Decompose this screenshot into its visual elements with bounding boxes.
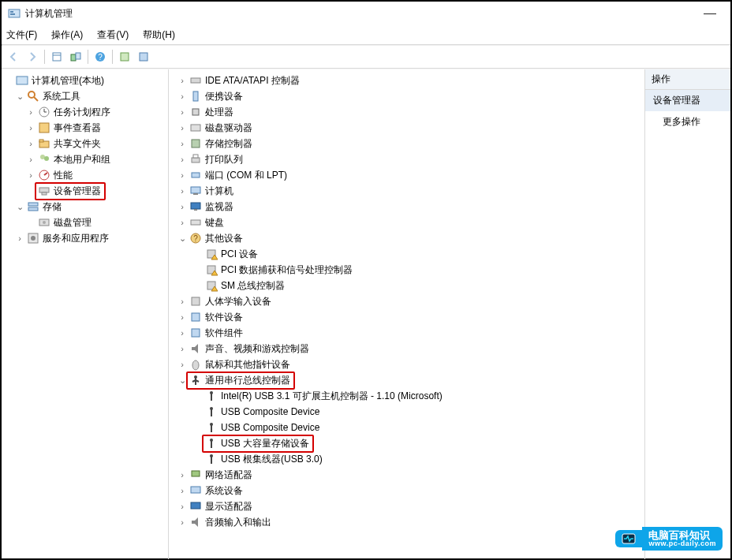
chevron-right-icon[interactable]: › (25, 121, 36, 136)
menu-file[interactable]: 文件(F) (6, 28, 37, 42)
dev-ide[interactable]: ›IDE ATA/ATAPI 控制器 (170, 73, 644, 88)
chevron-right-icon[interactable]: › (177, 326, 188, 341)
toolbar-button-1[interactable] (48, 48, 65, 65)
chevron-right-icon[interactable]: › (177, 152, 188, 167)
warn-icon (205, 248, 218, 260)
device-tree[interactable]: ›IDE ATA/ATAPI 控制器 ›便携设备 ›处理器 ›磁盘驱动器 ›存储… (170, 73, 644, 530)
dev-diskdrives[interactable]: ›磁盘驱动器 (170, 120, 644, 136)
tree-localusers[interactable]: ›本地用户和组 (3, 151, 168, 167)
chevron-right-icon[interactable]: › (177, 468, 188, 483)
dev-printq[interactable]: ›打印队列 (170, 151, 644, 167)
dev-usb-intel[interactable]: Intel(R) USB 3.1 可扩展主机控制器 - 1.10 (Micros… (170, 388, 644, 404)
chevron-right-icon[interactable]: › (177, 73, 188, 88)
chevron-right-icon[interactable]: › (177, 168, 188, 183)
dev-portable[interactable]: ›便携设备 (170, 88, 644, 104)
dev-cpu[interactable]: ›处理器 (170, 104, 644, 120)
chevron-right-icon[interactable]: › (177, 294, 188, 309)
toolbar-button-3[interactable] (116, 48, 133, 65)
dev-usb-root[interactable]: USB 根集线器(USB 3.0) (170, 451, 644, 467)
chevron-right-icon[interactable]: › (177, 342, 188, 357)
svg-point-21 (44, 156, 49, 161)
dev-other-pci[interactable]: PCI 设备 (170, 246, 644, 262)
dev-storagectrl[interactable]: ›存储控制器 (170, 136, 644, 151)
dev-other-sm[interactable]: SM 总线控制器 (170, 278, 644, 293)
chevron-down-icon[interactable]: ⌄ (14, 200, 25, 215)
tree-perf[interactable]: ›性能 (3, 167, 168, 183)
dev-other-pcisig[interactable]: PCI 数据捕获和信号处理控制器 (170, 262, 644, 278)
tree-label: 磁盘管理 (54, 215, 92, 230)
svg-rect-27 (28, 207, 38, 211)
menu-help[interactable]: 帮助(H) (143, 28, 175, 42)
menu-action[interactable]: 操作(A) (51, 28, 83, 42)
chevron-right-icon[interactable]: › (177, 136, 188, 151)
actions-context[interactable]: 设备管理器 (645, 90, 730, 111)
tree-storage[interactable]: ⌄存储 (3, 199, 168, 215)
help-button[interactable]: ? (92, 48, 109, 65)
svg-marker-75 (192, 517, 198, 527)
chevron-right-icon[interactable]: › (25, 105, 36, 120)
chevron-down-icon[interactable]: ⌄ (177, 231, 188, 246)
dev-sound[interactable]: ›声音、视频和游戏控制器 (170, 341, 644, 357)
tree-systools[interactable]: ⌄系统工具 (3, 88, 168, 104)
dev-sysdev[interactable]: ›系统设备 (170, 483, 644, 498)
chevron-right-icon[interactable]: › (177, 184, 188, 199)
chevron-right-icon[interactable]: › (177, 310, 188, 325)
chevron-right-icon[interactable]: › (177, 483, 188, 498)
dev-ports[interactable]: ›端口 (COM 和 LPT) (170, 167, 644, 183)
dev-monitor[interactable]: ›监视器 (170, 199, 644, 215)
dev-swcomp[interactable]: ›软件组件 (170, 325, 644, 341)
actions-pane: 操作 设备管理器 更多操作 (645, 69, 730, 559)
tree-label: 音频输入和输出 (205, 515, 271, 530)
svg-marker-56 (192, 344, 198, 353)
chevron-right-icon[interactable]: › (177, 89, 188, 104)
tree-devmgr[interactable]: 设备管理器 (3, 183, 168, 199)
other-icon: ? (189, 232, 202, 245)
chevron-right-icon[interactable]: › (177, 515, 188, 530)
toolbar-button-4[interactable] (135, 48, 152, 65)
chevron-down-icon[interactable]: ⌄ (14, 89, 25, 104)
dev-audio[interactable]: ›音频输入和输出 (170, 514, 644, 530)
chevron-right-icon[interactable]: › (25, 152, 36, 167)
back-button[interactable] (5, 48, 22, 65)
dev-swdev[interactable]: ›软件设备 (170, 309, 644, 325)
tree-label: 显示适配器 (205, 499, 252, 514)
menu-view[interactable]: 查看(V) (97, 28, 129, 42)
tree-root[interactable]: 计算机管理(本地) (3, 73, 168, 88)
mmc-tree[interactable]: 计算机管理(本地) ⌄系统工具 ›任务计划程序 ›事件查看器 ›共享文件夹 ›本… (3, 73, 168, 246)
tree-diskmgmt[interactable]: 磁盘管理 (3, 215, 168, 230)
forward-button[interactable] (24, 48, 41, 65)
actions-more[interactable]: 更多操作 (645, 111, 730, 133)
dev-network[interactable]: ›网络适配器 (170, 467, 644, 483)
dev-mouse[interactable]: ›鼠标和其他指针设备 (170, 357, 644, 372)
tree-eventviewer[interactable]: ›事件查看器 (3, 120, 168, 136)
tree-tasksched[interactable]: ›任务计划程序 (3, 104, 168, 120)
chevron-right-icon[interactable]: › (25, 168, 36, 183)
svg-text:?: ? (193, 234, 198, 243)
dev-computer[interactable]: ›计算机 (170, 183, 644, 199)
svg-rect-40 (191, 187, 200, 193)
tree-sharedfolders[interactable]: ›共享文件夹 (3, 136, 168, 151)
dev-usb-comp2[interactable]: USB Composite Device (170, 420, 644, 435)
chevron-right-icon[interactable]: › (177, 121, 188, 136)
dev-hid[interactable]: ›人体学输入设备 (170, 293, 644, 309)
chevron-right-icon[interactable]: › (177, 215, 188, 230)
chevron-right-icon[interactable]: › (177, 200, 188, 215)
tree-label: 其他设备 (205, 231, 243, 246)
dev-keyboard[interactable]: ›键盘 (170, 215, 644, 230)
dev-usb-mass[interactable]: USB 大容量存储设备 (170, 435, 644, 451)
dev-display[interactable]: ›显示适配器 (170, 498, 644, 514)
svg-rect-35 (191, 125, 200, 131)
dev-other[interactable]: ⌄?其他设备 (170, 230, 644, 246)
dev-usb[interactable]: ⌄通用串行总线控制器 (170, 372, 644, 388)
svg-rect-42 (191, 203, 200, 209)
chevron-right-icon[interactable]: › (177, 357, 188, 372)
dev-usb-comp1[interactable]: USB Composite Device (170, 404, 644, 420)
toolbar-button-2[interactable] (67, 48, 84, 65)
chevron-right-icon[interactable]: › (177, 105, 188, 120)
tree-services[interactable]: ›服务和应用程序 (3, 230, 168, 246)
chevron-right-icon[interactable]: › (177, 499, 188, 514)
chevron-right-icon[interactable]: › (25, 136, 36, 151)
minimize-button[interactable]: — (696, 6, 724, 21)
chevron-right-icon[interactable]: › (14, 231, 25, 246)
tree-label: 通用串行总线控制器 (205, 373, 290, 388)
